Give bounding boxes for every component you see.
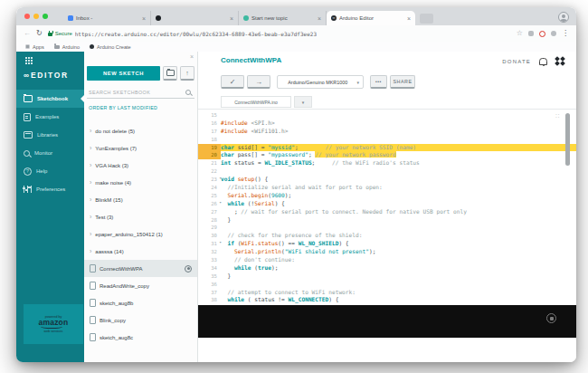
sketch-item[interactable]: sketch_aug8b bbox=[84, 294, 197, 311]
browser-tab-strip: Inbox -××Start new topic×∞Arduino Editor… bbox=[16, 7, 576, 25]
sketch-item[interactable]: ›do not delete (5) bbox=[84, 122, 197, 139]
sidebar-item-examples[interactable]: Examples bbox=[16, 108, 84, 126]
code-line: 17#include <WiFi101.h> bbox=[198, 128, 576, 136]
apps-grid-icon[interactable] bbox=[25, 57, 27, 59]
file-tab-menu-button[interactable]: ▾ bbox=[294, 96, 312, 108]
close-tab-icon[interactable]: × bbox=[142, 15, 146, 22]
import-sketch-button[interactable]: ↑ bbox=[180, 66, 194, 81]
search-sketchbook-field[interactable]: SEARCH SKETCHBOOK bbox=[87, 90, 194, 99]
share-button[interactable]: SHARE bbox=[390, 75, 415, 89]
more-options-button[interactable]: ••• bbox=[370, 75, 387, 89]
line-number: 17 bbox=[198, 128, 221, 136]
file-tab[interactable]: ConnectWithWPA.ino bbox=[221, 96, 291, 108]
collapse-panel-icon[interactable]: × bbox=[190, 53, 194, 60]
sketch-item[interactable]: Blink_copy bbox=[84, 311, 197, 329]
notifications-bell-icon[interactable] bbox=[539, 58, 547, 65]
code-line: 38 while ( status != WL_CONNECTED) { bbox=[198, 296, 576, 304]
gear-icon[interactable] bbox=[185, 265, 192, 273]
code-token bbox=[221, 264, 234, 271]
aws-badge: powered by amazon web services bbox=[24, 304, 83, 344]
fold-arrow-icon[interactable]: ▾ bbox=[219, 199, 222, 207]
chrome-menu-icon[interactable]: ⋮ bbox=[562, 30, 569, 37]
sidebar-item-preferences[interactable]: Preferences bbox=[16, 180, 84, 198]
code-token: (! bbox=[244, 200, 254, 206]
folder-icon bbox=[54, 45, 60, 49]
zoom-window-icon[interactable] bbox=[43, 14, 48, 19]
minimize-window-icon[interactable] bbox=[33, 14, 39, 19]
browser-window: Inbox -××Start new topic×∞Arduino Editor… bbox=[16, 7, 576, 362]
chevron-right-icon: › bbox=[90, 145, 91, 151]
tab-title: Start new topic bbox=[251, 15, 315, 21]
sketch-item[interactable]: ›epaper_arduino_150412 (1) bbox=[84, 225, 197, 243]
sketch-item-label: sketch_aug8c bbox=[100, 335, 133, 340]
sketch-item-label: epaper_arduino_150412 (1) bbox=[95, 232, 162, 237]
browser-tab[interactable]: ∞Arduino Editor× bbox=[327, 11, 415, 25]
bookmark-star-icon[interactable]: ☆ bbox=[517, 30, 523, 37]
sketch-item[interactable]: ›VGA Hack (3) bbox=[84, 157, 197, 174]
sidebar-item-label: Help bbox=[36, 168, 47, 174]
code-token: true bbox=[258, 264, 271, 271]
close-tab-icon[interactable]: × bbox=[318, 15, 321, 22]
code-token: while bbox=[234, 264, 251, 271]
order-by-label[interactable]: ORDER BY LAST MODIFIED bbox=[89, 105, 194, 110]
sidebar-item-libraries[interactable]: Libraries bbox=[16, 126, 84, 144]
editor-toolbar: ✓ → Arduino/Genuino MKR1000 ▾ ••• SHARE bbox=[221, 75, 415, 89]
code-editor[interactable]: ∷ 1516#include <SPI.h>17#include <WiFi10… bbox=[198, 110, 576, 305]
new-folder-button[interactable] bbox=[163, 66, 177, 81]
editor-scrollbar[interactable] bbox=[565, 113, 570, 166]
extension-red-icon[interactable] bbox=[539, 31, 545, 37]
sidebar-item-help[interactable]: ?Help bbox=[16, 162, 84, 180]
sketch-item[interactable]: ›YunExamples (7) bbox=[84, 139, 197, 157]
browser-tab[interactable]: × bbox=[151, 11, 239, 25]
url-text[interactable]: https://create.arduino.cc/editor/00wlu/0… bbox=[75, 31, 317, 37]
sketch-item[interactable]: ›make noise (4) bbox=[84, 174, 197, 191]
code-text: while (true); bbox=[221, 264, 576, 273]
board-selector[interactable]: Arduino/Genuino MKR1000 ▾ bbox=[277, 75, 364, 89]
sidebar-item-sketchbook[interactable]: Sketchbook bbox=[16, 90, 84, 108]
sketch-item[interactable]: ›Test (3) bbox=[84, 208, 197, 225]
sketch-item[interactable]: ›BlinkM (15) bbox=[84, 191, 197, 208]
bookmark-apps[interactable]: Apps bbox=[25, 44, 44, 50]
new-tab-button[interactable] bbox=[420, 14, 433, 24]
back-icon[interactable]: ← bbox=[24, 30, 31, 37]
donate-link[interactable]: DONATE bbox=[502, 59, 531, 64]
address-bar[interactable]: Secure https://create.arduino.cc/editor/… bbox=[48, 31, 511, 37]
arduino-community-icon[interactable] bbox=[555, 57, 565, 65]
line-number: 38 bbox=[198, 296, 221, 304]
arduino-create-app: ∞ EDITOR SketchbookExamplesLibrariesMoni… bbox=[16, 52, 576, 362]
line-number: 30 bbox=[198, 232, 221, 240]
chat-icon[interactable] bbox=[546, 313, 556, 323]
code-token: WL_IDLE_STATUS bbox=[264, 159, 311, 166]
reload-icon[interactable]: ↻ bbox=[36, 30, 43, 37]
code-token: char bbox=[221, 144, 234, 150]
bookmark-arduino-create[interactable]: Arduino Create bbox=[90, 44, 131, 50]
browser-profile-avatar[interactable] bbox=[558, 12, 569, 23]
bookmark-arduino[interactable]: Arduino bbox=[54, 44, 80, 50]
code-text bbox=[221, 111, 576, 120]
fold-arrow-icon[interactable]: ▾ bbox=[219, 239, 222, 247]
sketch-item[interactable]: ›aasssa (14) bbox=[84, 243, 197, 260]
close-tab-icon[interactable]: × bbox=[230, 15, 233, 22]
sidebar-item-monitor[interactable]: Monitor bbox=[16, 144, 84, 162]
close-tab-icon[interactable]: × bbox=[407, 15, 411, 22]
expand-editor-icon[interactable]: ∷ bbox=[555, 112, 560, 119]
extension-icon[interactable] bbox=[528, 31, 534, 36]
line-number: 25 bbox=[198, 192, 221, 200]
sketch-item[interactable]: ConnectWithWPA bbox=[84, 260, 197, 277]
sketch-item[interactable]: ReadAndWrite_copy bbox=[84, 277, 197, 294]
upload-button[interactable]: → bbox=[247, 75, 270, 89]
browser-tab[interactable]: Inbox -× bbox=[63, 11, 151, 25]
verify-button[interactable]: ✓ bbox=[221, 75, 244, 89]
extension-icon-2[interactable] bbox=[551, 31, 556, 36]
fold-arrow-icon[interactable]: ▾ bbox=[219, 175, 222, 183]
close-window-icon[interactable] bbox=[24, 14, 30, 19]
sidebar-item-label: Sketchbook bbox=[37, 96, 68, 101]
line-number: 34 bbox=[198, 264, 221, 273]
chevron-right-icon: › bbox=[90, 196, 91, 203]
console-bar[interactable] bbox=[198, 305, 576, 338]
code-line: 28 } bbox=[198, 216, 576, 225]
sketch-item[interactable]: sketch_aug8c bbox=[84, 329, 197, 346]
browser-tab[interactable]: Start new topic× bbox=[239, 11, 327, 25]
secure-label: Secure bbox=[55, 31, 72, 36]
new-sketch-button[interactable]: NEW SKETCH bbox=[87, 66, 160, 81]
